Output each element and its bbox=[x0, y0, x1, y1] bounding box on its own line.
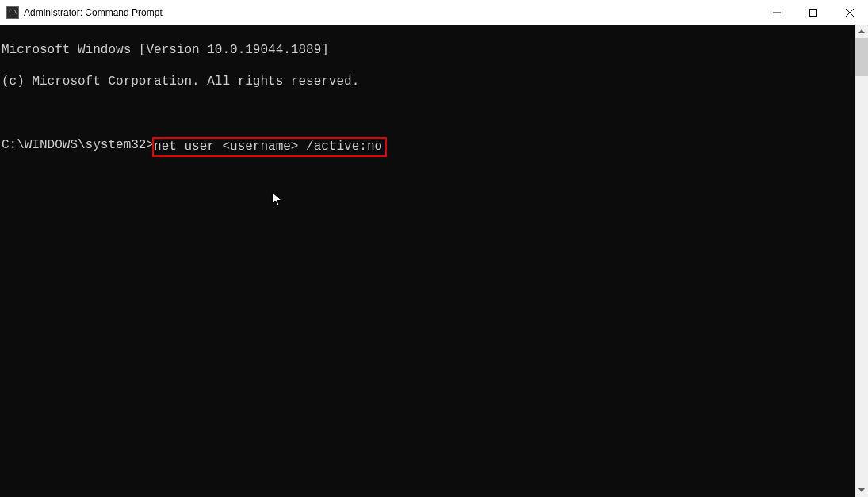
vertical-scrollbar[interactable] bbox=[855, 25, 868, 497]
svg-rect-1 bbox=[810, 9, 817, 16]
prompt-text: C:\WINDOWS\system32> bbox=[2, 137, 154, 153]
close-button[interactable] bbox=[832, 0, 868, 25]
titlebar-left: C:\ Administrator: Command Prompt bbox=[0, 6, 163, 19]
chevron-up-icon bbox=[858, 29, 865, 33]
blank-line bbox=[2, 105, 855, 121]
window-title: Administrator: Command Prompt bbox=[24, 7, 163, 18]
titlebar: C:\ Administrator: Command Prompt bbox=[0, 0, 868, 25]
close-icon bbox=[846, 9, 854, 17]
maximize-button[interactable] bbox=[795, 0, 832, 25]
minimize-button[interactable] bbox=[759, 0, 795, 25]
version-line: Microsoft Windows [Version 10.0.19044.18… bbox=[2, 42, 855, 58]
copyright-line: (c) Microsoft Corporation. All rights re… bbox=[2, 74, 855, 90]
window-controls bbox=[759, 0, 868, 25]
cmd-icon: C:\ bbox=[6, 6, 19, 19]
maximize-icon bbox=[809, 9, 817, 17]
command-text: net user <username> /active:no bbox=[154, 140, 382, 154]
scroll-thumb[interactable] bbox=[855, 38, 868, 76]
command-highlight: net user <username> /active:no bbox=[152, 137, 387, 157]
console-area: Microsoft Windows [Version 10.0.19044.18… bbox=[0, 25, 868, 497]
prompt-line: C:\WINDOWS\system32>net user <username> … bbox=[2, 137, 855, 157]
chevron-down-icon bbox=[858, 488, 865, 492]
scroll-up-arrow[interactable] bbox=[855, 25, 868, 38]
minimize-icon bbox=[773, 9, 781, 17]
terminal[interactable]: Microsoft Windows [Version 10.0.19044.18… bbox=[0, 25, 855, 497]
scroll-down-arrow[interactable] bbox=[855, 484, 868, 497]
